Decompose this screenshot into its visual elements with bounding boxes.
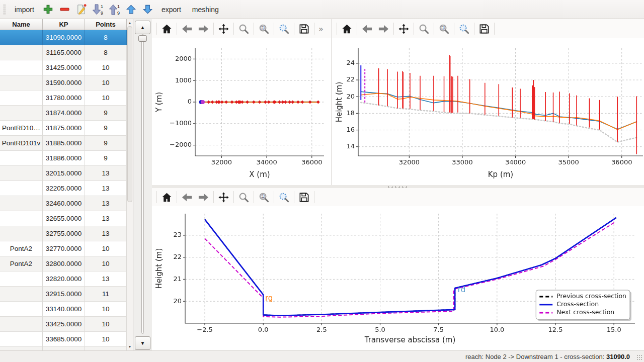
cell-kp: 33685.0000 [43, 332, 85, 347]
table-row[interactable]: 31090.00008 [0, 30, 127, 45]
table-row[interactable]: 31874.00009 [0, 106, 127, 121]
back-button[interactable] [359, 22, 375, 36]
pan-button[interactable] [215, 190, 232, 204]
column-header-points[interactable]: Points [85, 19, 127, 30]
move-down-button[interactable] [139, 3, 156, 17]
pan-button[interactable] [215, 22, 232, 36]
zoom-fit-button[interactable] [276, 22, 292, 36]
scrollbar-thumb[interactable] [127, 26, 132, 202]
cell-points: 9 [85, 136, 127, 151]
toolbar-separator [434, 23, 434, 35]
home-button[interactable] [158, 22, 175, 36]
zoom-original-button[interactable]: 1 [256, 190, 272, 204]
cross-section-chart[interactable] [152, 206, 644, 350]
scroll-up-icon[interactable]: ▲ [127, 20, 133, 26]
add-cross-section-button[interactable] [40, 3, 56, 17]
cell-name [0, 196, 43, 211]
table-row[interactable]: 33425.000010 [0, 317, 127, 332]
table-row[interactable]: PontA232800.000010 [0, 256, 127, 272]
back-button[interactable] [179, 190, 195, 204]
cell-name [0, 226, 43, 241]
save-figure-button[interactable] [296, 22, 312, 36]
table-row[interactable]: 32015.000013 [0, 166, 127, 181]
longitudinal-profile-chart[interactable] [332, 38, 644, 185]
toolbar-drag-handle[interactable] [3, 4, 6, 15]
section-up-button[interactable]: ▲ [135, 21, 150, 34]
table-row[interactable]: 31165.00008 [0, 45, 127, 60]
cell-name: PontA2 [0, 241, 43, 256]
table-row[interactable]: 33140.000010 [0, 302, 127, 317]
table-row[interactable]: 31425.000010 [0, 60, 127, 75]
zoom-button[interactable] [235, 190, 252, 204]
table-row[interactable]: 31590.000010 [0, 75, 127, 90]
cell-kp: 32460.0000 [43, 196, 85, 211]
table-scrollbar[interactable]: ▲ ▼ [127, 19, 133, 350]
table-row[interactable]: 32460.000013 [0, 196, 127, 211]
svg-text:1: 1 [262, 194, 264, 199]
toolbar-separator [274, 23, 274, 35]
cell-name [0, 106, 43, 121]
table-row[interactable]: PontRD101v31885.00009 [0, 136, 127, 151]
export-button[interactable]: export [156, 3, 187, 16]
toolbar-separator [233, 191, 234, 203]
home-button[interactable] [158, 190, 175, 204]
section-slider-handle[interactable] [138, 35, 147, 42]
cell-points: 10 [85, 317, 127, 332]
resize-grip[interactable] [636, 354, 643, 361]
cell-points: 9 [85, 121, 127, 136]
cell-name [0, 302, 43, 317]
zoom-original-button[interactable]: 1 [436, 22, 452, 36]
cell-name [0, 30, 43, 45]
cell-points: 8 [85, 45, 127, 60]
zoom-original-button[interactable]: 1 [256, 22, 272, 36]
sort-down-button[interactable]: 19 [90, 3, 106, 17]
toolbar-separator [156, 191, 157, 203]
forward-button[interactable] [195, 22, 212, 36]
longitudinal-profile-panel: 1 [332, 19, 644, 185]
save-figure-button[interactable] [476, 22, 493, 36]
table-row[interactable]: 31886.00009 [0, 151, 127, 166]
pan-button[interactable] [395, 22, 412, 36]
sort-up-button[interactable]: 19 [106, 3, 123, 17]
column-header-name[interactable]: Name [0, 19, 43, 30]
table-row[interactable]: 32915.000011 [0, 287, 127, 302]
toolbar-overflow-icon[interactable]: » [318, 24, 324, 34]
toolbar-separator [177, 191, 177, 203]
edit-cross-section-button[interactable] [73, 3, 90, 17]
column-header-kp[interactable]: KP [43, 19, 85, 30]
table-row[interactable]: 32755.000013 [0, 226, 127, 241]
cell-kp: 31590.0000 [43, 75, 85, 90]
table-row[interactable]: 31780.000010 [0, 90, 127, 106]
section-down-button[interactable]: ▼ [135, 336, 150, 350]
zoom-button[interactable] [235, 22, 252, 36]
remove-cross-section-button[interactable] [56, 3, 73, 17]
import-button[interactable]: import [9, 3, 40, 16]
table-row[interactable]: 32820.000013 [0, 272, 127, 287]
zoom-fit-button[interactable] [276, 190, 292, 204]
svg-text:1: 1 [101, 4, 103, 9]
table-row[interactable]: PontRD10…31875.00009 [0, 121, 127, 136]
cell-points: 10 [85, 302, 127, 317]
move-up-button[interactable] [123, 3, 139, 17]
cell-name [0, 287, 43, 302]
table-row[interactable]: 32655.000013 [0, 211, 127, 226]
save-figure-button[interactable] [296, 190, 312, 204]
table-row[interactable]: PontA232770.000010 [0, 241, 127, 256]
plan-view-chart[interactable] [152, 38, 331, 185]
zoom-fit-button[interactable] [456, 22, 472, 36]
cell-points: 13 [85, 226, 127, 241]
cell-kp: 31885.0000 [43, 136, 85, 151]
cell-points: 13 [85, 272, 127, 287]
scroll-down-icon[interactable]: ▼ [127, 343, 133, 350]
meshing-button[interactable]: meshing [187, 3, 224, 16]
home-button[interactable] [339, 22, 355, 36]
toolbar-separator [393, 23, 394, 35]
zoom-button[interactable] [416, 22, 432, 36]
cross-section-plot-toolbar: 1 [152, 188, 644, 206]
section-slider-track[interactable] [141, 34, 144, 334]
forward-button[interactable] [195, 190, 212, 204]
back-button[interactable] [179, 22, 195, 36]
forward-button[interactable] [375, 22, 392, 36]
table-row[interactable]: 33685.000010 [0, 332, 127, 347]
table-row[interactable]: 32205.000013 [0, 181, 127, 196]
